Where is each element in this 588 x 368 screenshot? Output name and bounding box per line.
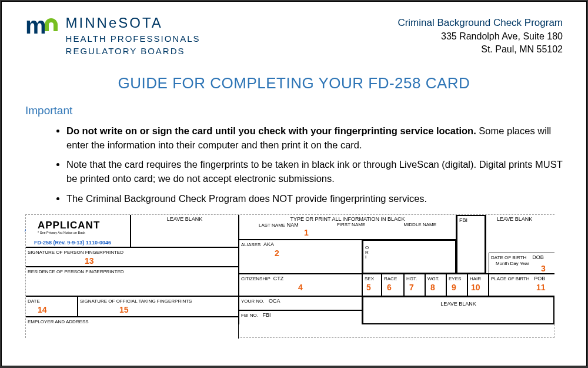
dob-label: DATE OF BIRTH (491, 255, 526, 260)
logo-text: MINNeSOTA HEALTH PROFESSIONALS REGULATOR… (62, 14, 201, 56)
leave-blank-label2: LEAVE BLANK (497, 216, 532, 222)
cell-applicant: APPLICANT * See Privacy Act Notice on Ba… (26, 215, 131, 247)
num-13: 13 (85, 256, 94, 266)
num-11: 11 (536, 283, 546, 292)
mn-logo-icon: m (25, 14, 58, 35)
list-item: Do not write on or sign the card until y… (66, 124, 563, 152)
instruction-list: Do not write on or sign the card until y… (25, 124, 563, 207)
leave-blank-label3: LEAVE BLANK (440, 299, 476, 307)
cell-sex: SEX 5 (362, 274, 382, 296)
num-6: 6 (387, 283, 392, 292)
cell-official-sig: SIGNATURE OF OFFICIAL TAKING FINGERPRINT… (78, 296, 239, 317)
signature-label: SIGNATURE OF PERSON FINGERPRINTED (28, 250, 123, 255)
official-sig-label: SIGNATURE OF OFFICIAL TAKING FINGERPRINT… (80, 299, 192, 304)
cell-aliases: ALIASES AKA 2 (239, 240, 362, 274)
citizenship-label: CITIZENSHIP (241, 276, 270, 281)
cell-leave-blank-3: LEAVE BLANK (362, 296, 554, 324)
dob-abbr: DOB (532, 254, 544, 260)
address-line2: St. Paul, MN 55102 (397, 43, 563, 56)
cell-wgt: WGT. 8 (425, 274, 446, 296)
fd-revision: FD-258 (Rev. 9-9-13) 1110-0046 (34, 240, 111, 246)
cell-dob: DATE OF BIRTH DOB Month Day Year 3 (489, 253, 554, 274)
cell-hair: HAIR 10 (467, 274, 489, 296)
nam-label: NAM (287, 222, 299, 228)
residence-label: RESIDENCE OF PERSON FINGERPRINTED (28, 269, 124, 274)
wgt-label: WGT. (427, 276, 439, 281)
logo-arch-icon (45, 18, 58, 31)
cell-hgt: HGT. 7 (404, 274, 425, 296)
important-heading: Important (25, 104, 563, 117)
page-title: GUIDE FOR COMPLETING YOUR FD-258 CARD (25, 74, 563, 92)
cell-citizenship: CITIZENSHIP CTZ 4 (239, 274, 362, 296)
hair-label: HAIR (470, 276, 481, 281)
leave-blank-label: LEAVE BLANK (167, 216, 202, 222)
num-14: 14 (38, 305, 47, 314)
cell-race: RACE 6 (382, 274, 404, 296)
cell-date: DATE 14 (26, 296, 78, 317)
cell-name: TYPE OR PRINT ALL INFORMATION IN BLACK L… (239, 215, 456, 240)
applicant-label: APPLICANT (38, 220, 100, 231)
pob-abbr: POB (534, 276, 545, 281)
cell-leave-blank-1: LEAVE BLANK (131, 215, 239, 247)
oca-label: OCA (269, 298, 280, 304)
header: m MINNeSOTA HEALTH PROFESSIONALS REGULAT… (25, 14, 563, 57)
aka-label: AKA (263, 241, 274, 247)
fd258-card: APPLICANT * See Privacy Act Notice on Ba… (25, 214, 554, 338)
date-label: DATE (28, 299, 40, 304)
hgt-label: HGT. (406, 276, 417, 281)
cell-residence: RESIDENCE OF PERSON FINGERPRINTED (26, 267, 239, 296)
lastname-label: LAST NAME (259, 223, 285, 228)
fbi-label: FBI (459, 217, 467, 223)
ctz-label: CTZ (273, 276, 284, 281)
num-10: 10 (471, 283, 480, 292)
applicant-sub: * See Privacy Act Notice on Back (38, 231, 85, 234)
cell-yourno: YOUR NO. OCA (239, 296, 362, 310)
list-item: Note that the card requires the fingerpr… (66, 158, 563, 186)
sex-label: SEX (365, 276, 374, 281)
num-5: 5 (366, 283, 371, 292)
ori-label: ORI (365, 246, 369, 260)
list-item: The Criminal Background Check Program do… (66, 192, 563, 206)
pob-label: PLACE OF BIRTH (491, 276, 530, 281)
num-7: 7 (409, 283, 414, 292)
yourno-label: YOUR NO. (241, 299, 265, 304)
num-8: 8 (430, 283, 435, 292)
header-address: Criminal Background Check Program 335 Ra… (397, 14, 563, 57)
num-2: 2 (275, 248, 279, 258)
cell-eyes: EYES 9 (446, 274, 467, 296)
type-header: TYPE OR PRINT ALL INFORMATION IN BLACK (241, 216, 454, 222)
bullet1-bold: Do not write on or sign the card until y… (66, 125, 476, 136)
firstname-label: FIRST NAME (337, 222, 365, 228)
address-line1: 335 Randolph Ave, Suite 180 (397, 30, 563, 43)
cell-fbi: FBI (456, 215, 486, 274)
cell-pob: PLACE OF BIRTH POB 11 (489, 274, 554, 296)
org-name: MINNeSOTA (66, 15, 201, 31)
fbi-abbr: FBI (262, 312, 270, 318)
document-page: m MINNeSOTA HEALTH PROFESSIONALS REGULAT… (1, 1, 587, 366)
logo-block: m MINNeSOTA HEALTH PROFESSIONALS REGULAT… (25, 14, 201, 56)
aliases-label: ALIASES (241, 242, 260, 247)
race-label: RACE (384, 276, 397, 281)
program-name: Criminal Background Check Program (397, 16, 563, 30)
cell-ori: ORI (362, 240, 456, 274)
eyes-label: EYES (449, 276, 461, 281)
num-3: 3 (541, 264, 546, 273)
num-4: 4 (298, 283, 303, 292)
fbino-label: FBI NO. (241, 313, 258, 318)
num-1: 1 (304, 228, 309, 237)
num-15: 15 (119, 305, 129, 314)
logo-m: m (25, 16, 45, 35)
middlename-label: MIDDLE NAME (403, 222, 436, 228)
cell-employer: EMPLOYER AND ADDRESS (26, 317, 239, 339)
org-line3: REGULATORY BOARDS (66, 46, 201, 56)
org-line2: HEALTH PROFESSIONALS (66, 34, 201, 44)
cell-fbino: FBI NO. FBI (239, 310, 362, 324)
num-9: 9 (452, 283, 456, 292)
employer-label: EMPLOYER AND ADDRESS (28, 319, 89, 324)
cell-signature: SIGNATURE OF PERSON FINGERPRINTED 13 (26, 247, 239, 267)
dob-mdy: Month Day Year (491, 261, 529, 266)
